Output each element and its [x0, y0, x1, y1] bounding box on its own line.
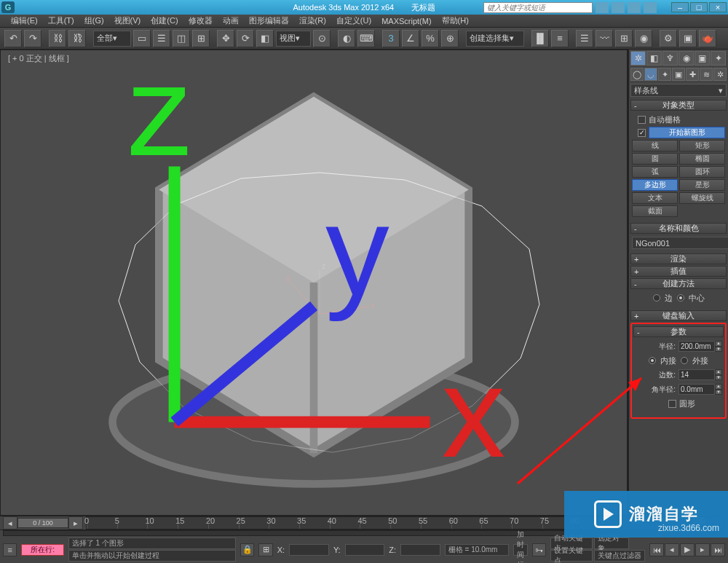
- next-frame-button[interactable]: ▸: [695, 543, 710, 556]
- rollout-object-type[interactable]: -对象类型: [630, 100, 727, 111]
- ngon-button[interactable]: 多边形: [632, 179, 678, 191]
- rollout-interpolation[interactable]: +插值: [630, 266, 727, 277]
- text-button[interactable]: 文本: [632, 192, 678, 204]
- circular-checkbox[interactable]: [668, 400, 676, 408]
- close-button[interactable]: ×: [709, 2, 727, 12]
- startnewshape-checkbox[interactable]: ✓: [638, 129, 646, 137]
- selection-filter-dropdown[interactable]: 全部 ▾: [93, 31, 131, 47]
- x-coord[interactable]: [289, 544, 329, 556]
- signin-icon[interactable]: [612, 2, 625, 13]
- spacewarps-subtab[interactable]: ≋: [700, 68, 713, 81]
- app-logo[interactable]: G: [1, 1, 15, 13]
- scale-button[interactable]: ◧: [256, 30, 274, 47]
- infocenter-icon[interactable]: [596, 2, 609, 13]
- spinner-snap-button[interactable]: ⊕: [441, 30, 459, 47]
- play-button[interactable]: ▶: [680, 543, 695, 556]
- maximize-button[interactable]: □: [690, 2, 708, 12]
- star-button[interactable]: 星形: [679, 179, 725, 191]
- key-mode-button[interactable]: 🗝: [532, 543, 546, 556]
- section-button[interactable]: 截面: [632, 205, 678, 217]
- utilities-tab[interactable]: ✦: [711, 51, 726, 66]
- circumscribed-radio[interactable]: [681, 357, 688, 364]
- window-crossing-button[interactable]: ⊞: [192, 30, 210, 47]
- y-coord[interactable]: [345, 544, 385, 556]
- undo-button[interactable]: ↶: [4, 30, 22, 47]
- helpers-subtab[interactable]: ✚: [686, 68, 699, 81]
- timeline-right-button[interactable]: ▸: [68, 516, 83, 529]
- material-editor-button[interactable]: ◉: [635, 30, 652, 47]
- ellipse-button[interactable]: 椭圆: [679, 153, 725, 165]
- object-name-input[interactable]: [632, 237, 728, 249]
- menu-maxscript[interactable]: MAXScript(M): [376, 17, 436, 25]
- z-coord[interactable]: [400, 544, 440, 556]
- goto-end-button[interactable]: ⏭: [711, 543, 725, 556]
- unlink-button[interactable]: ⛓̸: [68, 30, 86, 47]
- select-region-button[interactable]: ◫: [173, 30, 190, 47]
- goto-start-button[interactable]: ⏮: [649, 543, 664, 556]
- render-frame-button[interactable]: ▣: [679, 30, 697, 47]
- menu-customize[interactable]: 自定义(U): [331, 15, 376, 26]
- arc-button[interactable]: 弧: [632, 166, 678, 178]
- help-search-input[interactable]: [483, 2, 593, 13]
- autogrid-checkbox[interactable]: [638, 116, 646, 124]
- minimize-button[interactable]: –: [671, 2, 689, 12]
- setkey-button[interactable]: 设置关键点: [550, 550, 593, 562]
- named-selection-dropdown[interactable]: 创建选择集 ▾: [466, 31, 524, 47]
- modify-tab[interactable]: ◧: [646, 51, 662, 66]
- menu-animation[interactable]: 动画: [218, 15, 244, 26]
- favorites-icon[interactable]: [628, 2, 641, 13]
- select-name-button[interactable]: ☰: [153, 30, 170, 47]
- keyboard-shortcut-button[interactable]: ⌨: [357, 30, 375, 47]
- menu-help[interactable]: 帮助(H): [437, 15, 474, 26]
- circle-button[interactable]: 圆: [632, 153, 678, 165]
- help-icon[interactable]: [644, 2, 657, 13]
- selected-object-dropdown[interactable]: 选定对象: [594, 538, 629, 549]
- link-button[interactable]: ⛓: [49, 30, 66, 47]
- schematic-button[interactable]: ⊞: [615, 30, 633, 47]
- redo-button[interactable]: ↷: [24, 30, 41, 47]
- rollout-creation-method[interactable]: -创建方法: [630, 278, 727, 289]
- menu-rendering[interactable]: 渲染(R): [294, 15, 331, 26]
- keyfilter-button[interactable]: 关键点过滤器: [594, 550, 645, 562]
- script-listener-button[interactable]: ≡: [3, 543, 17, 556]
- angle-snap-button[interactable]: ∠: [402, 30, 419, 47]
- menu-group[interactable]: 组(G): [79, 15, 109, 26]
- radius-spinner[interactable]: ▲▼: [678, 341, 722, 352]
- menu-grapheditors[interactable]: 图形编辑器: [244, 15, 294, 26]
- manipulate-button[interactable]: ◐: [338, 30, 355, 47]
- layers-button[interactable]: ☰: [576, 30, 593, 47]
- lights-subtab[interactable]: ✦: [658, 68, 671, 81]
- helix-button[interactable]: 螺旋线: [679, 192, 725, 204]
- render-button[interactable]: 🫖: [699, 30, 716, 47]
- select-button[interactable]: ▭: [133, 30, 151, 47]
- hierarchy-tab[interactable]: ♆: [662, 51, 678, 66]
- abs-rel-button[interactable]: ⊞: [258, 543, 272, 556]
- center-radio[interactable]: [677, 294, 684, 302]
- curve-editor-button[interactable]: 〰: [596, 30, 613, 47]
- rollout-rendering[interactable]: +渲染: [630, 253, 727, 264]
- menu-tools[interactable]: 工具(T): [43, 15, 79, 26]
- menu-modifiers[interactable]: 修改器: [183, 15, 218, 26]
- mirror-button[interactable]: ▐▌: [531, 30, 549, 47]
- geometry-subtab[interactable]: ◯: [630, 68, 644, 81]
- start-new-shape-button[interactable]: 开始新图形: [649, 127, 725, 138]
- rectangle-button[interactable]: 矩形: [679, 140, 725, 151]
- percent-snap-button[interactable]: %: [422, 30, 439, 47]
- systems-subtab[interactable]: ✲: [713, 68, 727, 81]
- sides-spinner[interactable]: ▲▼: [678, 369, 722, 380]
- pivot-button[interactable]: ⊙: [313, 30, 331, 47]
- menu-edit[interactable]: 编辑(E): [6, 15, 43, 26]
- corner-radius-spinner[interactable]: ▲▼: [678, 384, 722, 395]
- time-tag-button[interactable]: 添加时间标记: [513, 544, 528, 556]
- lock-selection-button[interactable]: 🔒: [240, 543, 254, 556]
- cameras-subtab[interactable]: ▣: [672, 68, 685, 81]
- rollout-keyboard-entry[interactable]: +键盘输入: [630, 310, 727, 321]
- timeline-left-button[interactable]: ◂: [3, 516, 17, 529]
- rotate-button[interactable]: ⟳: [237, 30, 254, 47]
- menu-views[interactable]: 视图(V): [109, 15, 146, 26]
- edge-radio[interactable]: [653, 294, 660, 302]
- menu-create[interactable]: 创建(C): [146, 15, 183, 26]
- inscribed-radio[interactable]: [649, 357, 656, 364]
- display-tab[interactable]: ▣: [695, 51, 710, 66]
- shapes-subtab[interactable]: ◡: [644, 68, 657, 81]
